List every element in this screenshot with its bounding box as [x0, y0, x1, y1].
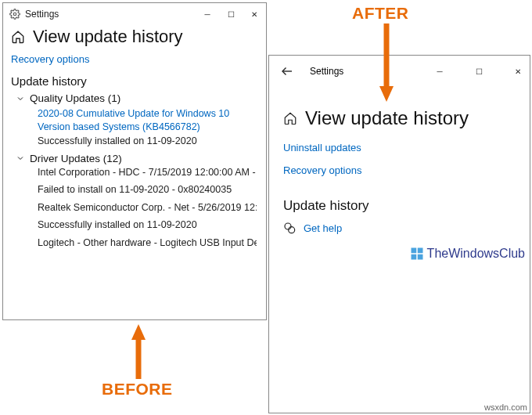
close-button[interactable]: ✕ — [243, 3, 266, 25]
section-heading: Update history — [283, 198, 516, 214]
page-title: View update history — [305, 107, 469, 129]
update-status: Successfully installed on 11-09-2020 — [38, 135, 257, 146]
group-header[interactable]: Driver Updates (12) — [16, 153, 257, 164]
minimize-button[interactable]: ─ — [428, 60, 451, 82]
home-icon[interactable] — [283, 111, 297, 125]
window-title: Settings — [310, 66, 343, 77]
titlebar: Settings ─ ☐ ✕ — [269, 56, 530, 87]
svg-marker-9 — [379, 86, 394, 102]
update-item: Realtek Semiconductor Corp. - Net - 5/26… — [38, 201, 257, 215]
attribution: wsxdn.com — [484, 402, 527, 412]
annotation-before: BEFORE — [102, 380, 173, 399]
update-status: Successfully installed on 11-09-2020 — [38, 219, 257, 230]
svg-point-6 — [285, 223, 291, 229]
group-driver-updates: Driver Updates (12) Intel Corporation - … — [16, 153, 257, 250]
recovery-options-link[interactable]: Recovery options — [11, 53, 257, 65]
arrow-up-icon — [131, 324, 146, 379]
titlebar: Settings ─ ☐ ✕ — [3, 3, 266, 25]
content-area: View update history Uninstall updates Re… — [269, 87, 530, 242]
content-area: View update history Recovery options Upd… — [3, 25, 266, 260]
svg-rect-4 — [411, 254, 416, 260]
get-help-row[interactable]: Get help — [283, 222, 516, 234]
svg-marker-10 — [131, 324, 146, 340]
minimize-button[interactable]: ─ — [196, 3, 219, 25]
page-title: View update history — [33, 27, 183, 47]
window-before: Settings ─ ☐ ✕ View update history Recov… — [2, 2, 267, 320]
annotation-after: AFTER — [352, 4, 409, 23]
group-title: Driver Updates (12) — [30, 153, 122, 164]
logo-icon — [410, 247, 424, 261]
window-title: Settings — [25, 9, 59, 20]
get-help-link[interactable]: Get help — [304, 222, 342, 234]
svg-point-7 — [289, 227, 295, 233]
help-icon — [283, 222, 296, 234]
window-after: Settings ─ ☐ ✕ View update history Unins… — [268, 55, 530, 413]
maximize-button[interactable]: ☐ — [467, 60, 491, 82]
arrow-down-icon — [379, 23, 394, 102]
svg-rect-5 — [417, 254, 422, 260]
close-button[interactable]: ✕ — [506, 60, 530, 82]
update-link[interactable]: 2020-08 Cumulative Update for Windows 10… — [38, 107, 257, 134]
update-status: Failed to install on 11-09-2020 - 0x8024… — [38, 184, 257, 195]
maximize-button[interactable]: ☐ — [219, 3, 243, 25]
watermark: TheWindowsClub — [410, 247, 525, 261]
settings-icon — [9, 9, 20, 20]
update-item: Intel Corporation - HDC - 7/15/2019 12:0… — [38, 166, 257, 179]
section-heading: Update history — [11, 74, 257, 88]
uninstall-updates-link[interactable]: Uninstall updates — [283, 142, 516, 153]
group-header[interactable]: Quality Updates (1) — [16, 92, 257, 104]
back-icon[interactable] — [280, 64, 294, 78]
watermark-text: TheWindowsClub — [427, 247, 525, 261]
home-icon[interactable] — [11, 30, 25, 44]
group-title: Quality Updates (1) — [30, 92, 120, 104]
chevron-down-icon — [16, 94, 25, 103]
svg-rect-3 — [417, 248, 422, 254]
svg-point-0 — [13, 13, 16, 16]
update-item: Logitech - Other hardware - Logitech USB… — [38, 236, 257, 250]
group-quality-updates: Quality Updates (1) 2020-08 Cumulative U… — [16, 92, 257, 146]
chevron-down-icon — [16, 153, 25, 163]
svg-rect-2 — [411, 248, 416, 254]
recovery-options-link[interactable]: Recovery options — [283, 164, 516, 176]
